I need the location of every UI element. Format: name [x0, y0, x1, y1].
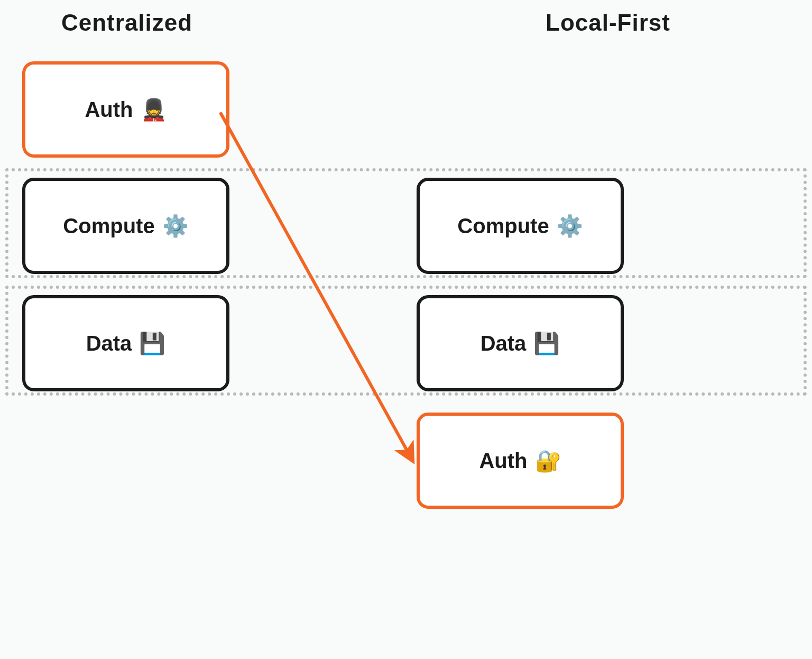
box-centralized-data: Data 💾	[22, 295, 229, 391]
column-title-centralized: Centralized	[61, 10, 192, 36]
column-title-local-first: Local-First	[546, 10, 670, 36]
box-label: Data	[481, 332, 527, 355]
box-centralized-compute: Compute ⚙️	[22, 178, 229, 274]
box-label: Auth	[479, 449, 527, 473]
floppy-disk-icon: 💾	[533, 331, 560, 356]
box-label: Compute	[457, 214, 549, 238]
box-localfirst-auth: Auth 🔐	[417, 413, 624, 509]
gear-icon: ⚙️	[162, 214, 189, 239]
diagram-canvas: Centralized Local-First Auth 💂 Compute ⚙…	[0, 0, 812, 659]
box-localfirst-compute: Compute ⚙️	[417, 178, 624, 274]
guard-icon: 💂	[141, 97, 167, 122]
box-label: Compute	[63, 214, 154, 238]
floppy-disk-icon: 💾	[139, 331, 165, 356]
lock-icon: 🔐	[535, 449, 561, 473]
box-localfirst-data: Data 💾	[417, 295, 624, 391]
gear-icon: ⚙️	[557, 214, 583, 239]
box-label: Auth	[85, 98, 133, 122]
box-label: Data	[86, 332, 132, 355]
box-centralized-auth: Auth 💂	[22, 61, 229, 158]
